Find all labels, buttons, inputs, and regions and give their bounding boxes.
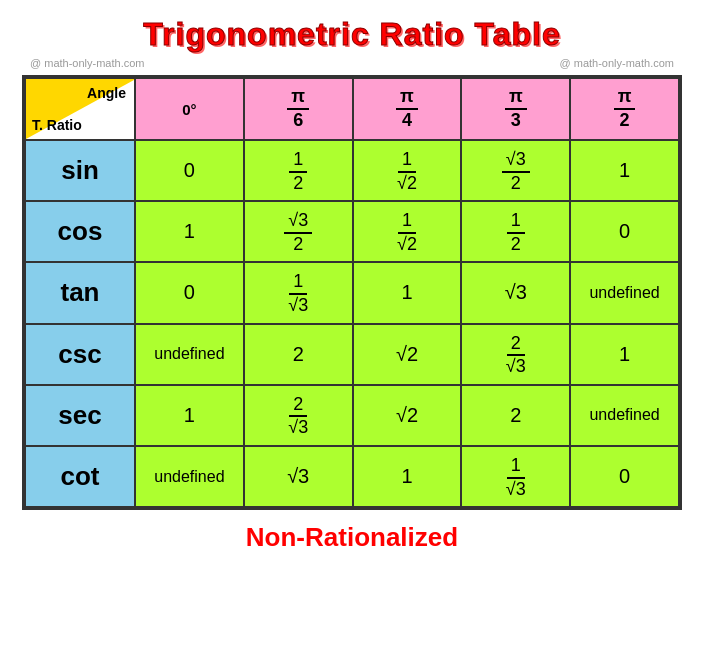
sin-pi4: 1 √2 <box>353 140 462 201</box>
cot-pi2: 0 <box>570 446 679 507</box>
table-row: csc undefined 2 √2 2 √3 1 <box>25 324 679 385</box>
cos-0: 1 <box>135 201 244 262</box>
col-header-0: 0° <box>135 78 244 140</box>
sin-0: 0 <box>135 140 244 201</box>
cot-pi4: 1 <box>353 446 462 507</box>
sec-pi2: undefined <box>570 385 679 446</box>
trig-csc: csc <box>25 324 135 385</box>
table-row: sec 1 2 √3 √2 2 undefined <box>25 385 679 446</box>
tan-0: 0 <box>135 262 244 323</box>
tan-pi2: undefined <box>570 262 679 323</box>
table-row: sin 0 1 2 1 √2 √3 2 <box>25 140 679 201</box>
csc-pi6: 2 <box>244 324 353 385</box>
table-row: cot undefined √3 1 1 √3 0 <box>25 446 679 507</box>
csc-pi2: 1 <box>570 324 679 385</box>
cot-pi3: 1 √3 <box>461 446 570 507</box>
csc-0: undefined <box>135 324 244 385</box>
tan-pi4: 1 <box>353 262 462 323</box>
sec-pi3: 2 <box>461 385 570 446</box>
col-header-pi6: π 6 <box>244 78 353 140</box>
sec-pi6: 2 √3 <box>244 385 353 446</box>
page-title: Trigonometric Ratio Table <box>143 16 560 53</box>
cot-pi6: √3 <box>244 446 353 507</box>
subtitle: Non-Rationalized <box>246 522 458 553</box>
csc-pi4: √2 <box>353 324 462 385</box>
trig-sec: sec <box>25 385 135 446</box>
trig-sin: sin <box>25 140 135 201</box>
cos-pi4: 1 √2 <box>353 201 462 262</box>
trig-tan: tan <box>25 262 135 323</box>
sec-0: 1 <box>135 385 244 446</box>
table-row: cos 1 √3 2 1 √2 1 2 <box>25 201 679 262</box>
sec-pi4: √2 <box>353 385 462 446</box>
trig-cos: cos <box>25 201 135 262</box>
trig-table: Angle T. Ratio 0° π 6 π 4 <box>22 75 682 510</box>
csc-pi3: 2 √3 <box>461 324 570 385</box>
cos-pi2: 0 <box>570 201 679 262</box>
sin-pi2: 1 <box>570 140 679 201</box>
col-header-pi3: π 3 <box>461 78 570 140</box>
table-row: tan 0 1 √3 1 √3 undefined <box>25 262 679 323</box>
watermark-top: @ math-only-math.com @ math-only-math.co… <box>20 57 684 69</box>
cos-pi6: √3 2 <box>244 201 353 262</box>
ratio-label: T. Ratio <box>32 117 82 133</box>
tan-pi6: 1 √3 <box>244 262 353 323</box>
angle-ratio-header: Angle T. Ratio <box>25 78 135 140</box>
col-header-pi4: π 4 <box>353 78 462 140</box>
trig-cot: cot <box>25 446 135 507</box>
cos-pi3: 1 2 <box>461 201 570 262</box>
sin-pi3: √3 2 <box>461 140 570 201</box>
sin-pi6: 1 2 <box>244 140 353 201</box>
angle-label: Angle <box>87 85 126 101</box>
cot-0: undefined <box>135 446 244 507</box>
tan-pi3: √3 <box>461 262 570 323</box>
col-header-pi2: π 2 <box>570 78 679 140</box>
